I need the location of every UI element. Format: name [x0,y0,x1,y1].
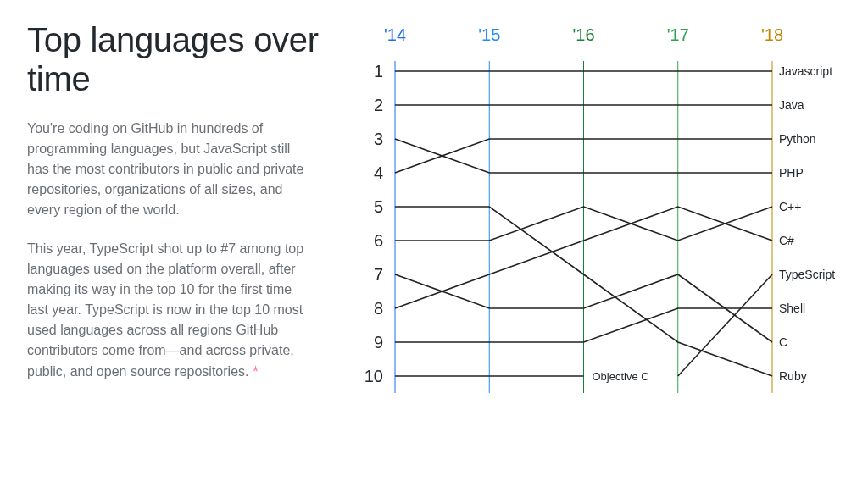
series-label-inline: Objective C [593,370,649,383]
paragraph-2-text: This year, TypeScript shot up to #7 amon… [27,241,303,379]
rank-label: 10 [364,367,383,385]
asterisk-icon: * [253,363,259,380]
series-label-right: Javascript [779,64,832,78]
year-label: '17 [667,25,689,44]
rank-label: 4 [374,163,383,182]
series-label-right: TypeScript [779,268,835,281]
rank-label: 9 [374,333,383,351]
rank-label: 6 [374,231,383,250]
year-label: '18 [761,25,783,44]
series-line [678,274,772,376]
series-label-right: Python [779,132,816,146]
year-label: '16 [572,25,594,44]
series-label-right: Shell [779,302,805,315]
rank-label: 7 [374,265,383,284]
series-label-right: PHP [779,166,804,180]
rank-label: 3 [374,130,383,148]
rank-label: 2 [374,96,383,114]
year-label: '14 [384,25,406,44]
series-label-right: Ruby [779,369,807,383]
rank-label: 5 [374,197,383,216]
paragraph-1: You're coding on GitHub in hundreds of p… [27,119,315,220]
chart-svg: '14'15'16'17'1812345678910JavascriptJava… [344,20,844,452]
text-panel: Top languages over time You're coding on… [27,20,344,467]
series-label-right: C [779,335,787,349]
series-label-right: C# [779,234,794,247]
series-label-right: Java [779,98,804,112]
bump-chart: '14'15'16'17'1812345678910JavascriptJava… [344,20,844,467]
series-label-right: C++ [779,200,801,213]
page-title: Top languages over time [27,20,324,98]
rank-label: 8 [374,299,383,318]
rank-label: 1 [374,62,383,80]
paragraph-2: This year, TypeScript shot up to #7 amon… [27,239,315,384]
year-label: '15 [478,25,500,44]
